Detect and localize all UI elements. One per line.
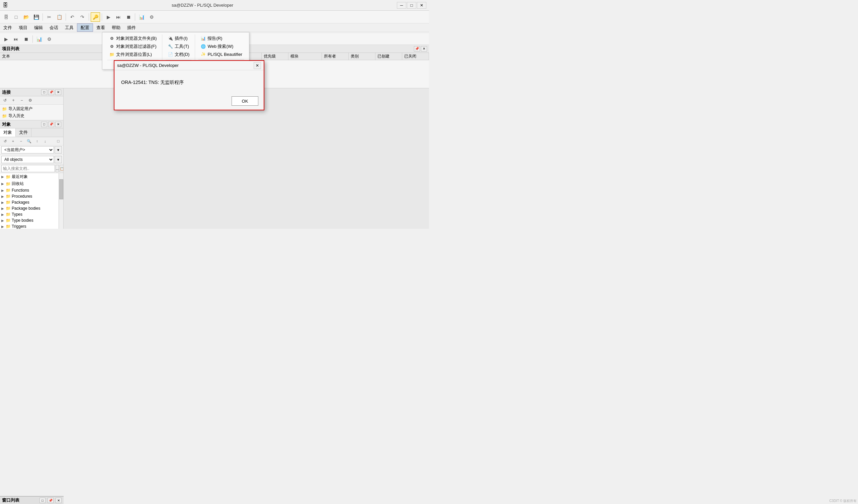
toolbar-settings-btn[interactable]: ⚙ [147,12,156,22]
obj-pin-btn[interactable]: 📌 [48,122,54,127]
obj-add-btn[interactable]: + [10,138,17,145]
obj-search-btn-toolbar[interactable]: 🔍 [26,138,33,145]
tree-item-recent[interactable]: ▶ 📁 最近对象 [0,173,63,180]
obj-expand-btn[interactable]: □ [54,138,62,145]
toolbar2-btn2[interactable]: ⏭ [11,34,21,44]
app-icon: 🗄 [3,2,8,9]
folder-recent: 📁 [6,175,11,179]
conn-settings-btn[interactable]: ⚙ [27,97,34,104]
project-list-pin-btn[interactable]: 📌 [414,46,420,51]
menu-view[interactable]: 查看 [93,23,108,32]
obj-sort-asc-btn[interactable]: ↑ [33,138,41,145]
tree-item-types[interactable]: ▶ 📁 Types [0,211,63,217]
toolbar2-btn4[interactable]: 📊 [34,34,44,44]
tree-scrollbar[interactable] [59,173,63,229]
menu-project[interactable]: 项目 [15,23,31,32]
toolbar-undo-btn[interactable]: ↶ [68,12,77,22]
tree-item-recycle[interactable]: ▶ 📁 回收站 [0,180,63,187]
toolbar-new-btn[interactable]: □ [11,12,21,22]
folder-recycle: 📁 [6,182,11,186]
toolbar-chart-btn[interactable]: 📊 [137,12,146,22]
toolbar-open-btn[interactable]: 📂 [21,12,31,22]
search-copy-btn[interactable]: 📋 [60,165,63,172]
ribbon-item-web-search[interactable]: 🌐 Web 搜索(W) [198,43,244,50]
ribbon-item-web-label: Web 搜索(W) [207,44,233,49]
toolbar-redo-btn[interactable]: ↷ [78,12,87,22]
conn-pin-btn[interactable]: 📌 [48,90,54,95]
search-input[interactable] [1,165,55,172]
current-user-expand-btn[interactable]: ▼ [54,146,62,153]
tree-item-triggers[interactable]: ▶ 📁 Triggers [0,223,63,229]
minimize-button[interactable]: ─ [397,2,406,9]
toolbar-sep3 [89,13,89,21]
ribbon-item-label3: 文件浏览器位置(L) [116,51,152,58]
conn-item-fixed-users[interactable]: 📁 导入固定用户 [0,105,63,112]
menu-tools[interactable]: 工具 [62,23,77,32]
search-dotdot-btn[interactable]: ... [55,165,59,172]
toolbar-key-btn[interactable]: 🔑 [91,12,100,22]
maximize-button[interactable]: □ [407,2,416,9]
ribbon-item-tools-label: 工具(T) [175,44,189,49]
ribbon-item-plugin-label: 插件(I) [175,35,187,42]
obj-sort-desc-btn[interactable]: ↓ [42,138,49,145]
menu-session[interactable]: 会话 [46,23,62,32]
ribbon-item-docs[interactable]: 📄 文档(D) [166,50,191,59]
toolbar2-btn3[interactable]: ⏹ [21,34,31,44]
toolbar2-btn1[interactable]: ▶ [1,34,11,44]
ribbon-item-plugin[interactable]: 🔌 插件(I) [166,34,191,43]
all-objects-expand-btn[interactable]: ▼ [54,156,62,163]
toolbar-copy-btn[interactable]: 📋 [54,12,64,22]
tree-label-types: Types [12,212,22,217]
current-user-dropdown[interactable]: <当前用户> [1,146,54,153]
ribbon-item-beautifier[interactable]: ✨ PL/SQL Beautifier [198,50,244,58]
conn-float-btn[interactable]: □ [41,90,47,95]
ribbon-item-reports[interactable]: 📊 报告(R) [198,34,244,43]
conn-refresh-btn[interactable]: ↺ [1,97,9,104]
obj-close-btn[interactable]: ✕ [55,122,61,127]
conn-add-btn[interactable]: + [10,97,17,104]
toolbar-run-btn[interactable]: ▶ [104,12,113,22]
tree-label-package-bodies: Package bodies [12,206,40,211]
ribbon-item-tools[interactable]: 🔧 工具(T) [166,43,191,50]
all-objects-dropdown[interactable]: All objects [1,156,54,163]
toolbar-sep1 [43,13,43,21]
toolbar-stop-btn[interactable]: ⏹ [124,12,133,22]
toolbar-step-btn[interactable]: ⏭ [114,12,123,22]
project-list-close-btn[interactable]: ✕ [421,46,427,51]
dialog-title: sa@DZZW - PL/SQL Developer [117,63,179,68]
tree-item-packages[interactable]: ▶ 📁 Packages [0,199,63,205]
menu-edit[interactable]: 编辑 [31,23,46,32]
toolbar-save-btn[interactable]: 💾 [31,12,41,22]
obj-refresh-btn[interactable]: ↺ [1,138,9,145]
project-list-controls: 📌 ✕ [414,46,427,51]
dialog-ok-button[interactable]: OK [232,96,258,106]
conn-item-history[interactable]: 📁 导入历史 [0,112,63,119]
dialog-close-button[interactable]: ✕ [254,62,261,69]
left-panel: 连接 □ 📌 ✕ ↺ + − ⚙ 📁 导入固定用户 📁 [0,88,64,229]
close-button[interactable]: ✕ [417,2,426,9]
tree-item-procedures[interactable]: ▶ 📁 Procedures [0,193,63,199]
toolbar2-btn5[interactable]: ⚙ [45,34,54,44]
tree-item-type-bodies[interactable]: ▶ 📁 Type bodies [0,217,63,223]
obj-float-btn[interactable]: □ [41,122,47,127]
obj-remove-btn[interactable]: − [17,138,25,145]
tree-item-functions[interactable]: ▶ 📁 Functions [0,187,63,193]
tab-files[interactable]: 文件 [16,128,31,137]
menu-config[interactable]: 配置 [77,23,93,32]
dialog-message: ORA-12541: TNS: 无监听程序 [121,80,184,86]
conn-remove-btn[interactable]: − [18,97,26,104]
folder-triggers: 📁 [6,224,11,229]
ribbon-item-file-browser-location[interactable]: 📁 文件浏览器位置(L) [107,50,159,59]
tree-item-package-bodies[interactable]: ▶ 📁 Package bodies [0,205,63,211]
ribbon-item-object-browser-folder[interactable]: ⚙ 对象浏览器文件夹(B) [107,34,159,43]
col-category: 类别 [349,53,376,60]
menu-file[interactable]: 文件 [0,23,15,32]
toolbar-db-icon[interactable]: 🗄 [1,12,11,22]
toolbar-cut-btn[interactable]: ✂ [45,12,54,22]
ribbon-item-object-browser-filter[interactable]: ⚙ 对象浏览器过滤器(F) [107,43,159,50]
menu-help[interactable]: 帮助 [108,23,124,32]
arrow-triggers: ▶ [1,225,5,228]
tab-objects[interactable]: 对象 [0,128,16,137]
conn-close-btn[interactable]: ✕ [55,90,61,95]
menu-plugin[interactable]: 插件 [124,23,139,32]
